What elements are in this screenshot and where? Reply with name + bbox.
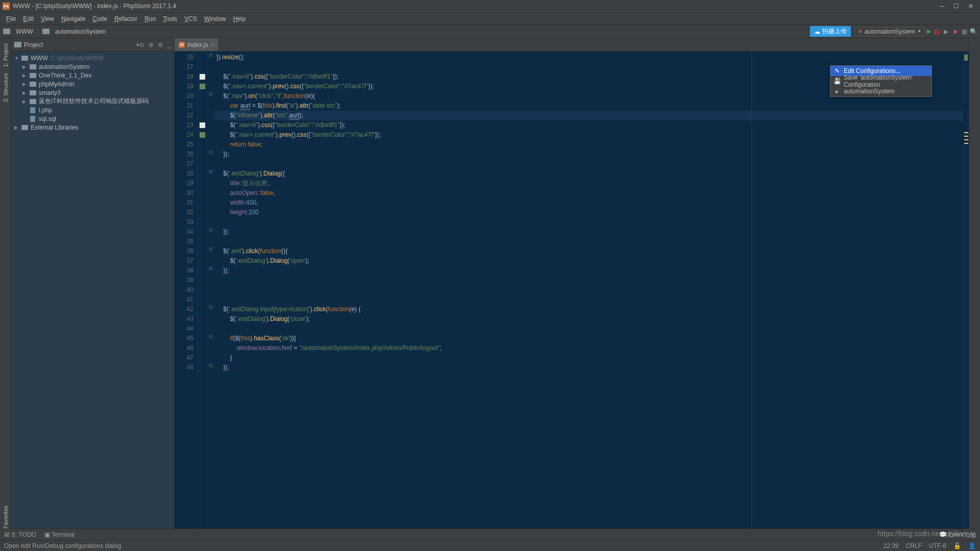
menu-view[interactable]: View	[38, 14, 57, 23]
watermark: https://blog.csdn.net/qxyloveyy	[877, 530, 975, 538]
edit-icon: ✎	[834, 67, 841, 74]
breadcrumb-item[interactable]: automationSystem	[52, 28, 109, 35]
tree-item[interactable]: sql.sql	[11, 114, 174, 123]
menu-help[interactable]: Help	[230, 14, 249, 23]
editor[interactable]: 1617181920212223242526272829303132333435…	[175, 52, 969, 541]
left-gutter: 1: Project 2: Structure 2: Favorites	[0, 38, 11, 541]
status-hint: Open edit Run/Debug configurations dialo…	[4, 542, 121, 549]
minimize-icon[interactable]: ─	[940, 3, 944, 10]
tree-item[interactable]: ▶蓝色IT科技软件技术公司响应式模板源码	[11, 97, 174, 106]
menu-refactor[interactable]: Refactor	[111, 14, 140, 23]
cloud-icon: ☁	[814, 28, 820, 35]
collapse-icon[interactable]: ⊖	[139, 41, 144, 48]
project-header: Project ▾ ⊖ ⊕ ⚙ ⎯	[11, 38, 174, 52]
line-ending: CRLF	[906, 542, 922, 549]
menu-tools[interactable]: Tools	[160, 14, 180, 23]
error-icon: ✖	[859, 29, 863, 34]
tab-structure[interactable]: 2: Structure	[2, 70, 10, 105]
todo-tab[interactable]: 🗹 6: TODO	[4, 531, 36, 538]
tab-project[interactable]: 1: Project	[2, 40, 10, 70]
toolwindow-bar: 🗹 6: TODO ▣ Terminal 💬 Event Log	[0, 529, 980, 540]
menu-vcs[interactable]: VCS	[181, 14, 200, 23]
statusbar: Open edit Run/Debug configurations dialo…	[0, 540, 980, 551]
code-content[interactable]: }).resize(); $(".nav>li").css({"borderCo…	[214, 52, 963, 541]
tree-item[interactable]: ▶phpMyAdmin	[11, 80, 174, 88]
save-icon: 💾	[834, 78, 841, 85]
tree-item[interactable]: ▶OneThink_1.1_Dev	[11, 71, 174, 80]
tree-item[interactable]: ▶smarty3	[11, 88, 174, 97]
menu-edit[interactable]: Edit	[20, 14, 37, 23]
project-tree[interactable]: ▼WWWC:\phpStudy\WWW▶automationSystem▶One…	[11, 52, 174, 541]
run-icon[interactable]: ▶	[927, 28, 931, 35]
scroll-icon[interactable]: ⊕	[149, 41, 154, 48]
run-config-selector[interactable]: ✖ automationSystem ▼	[855, 27, 925, 36]
right-margin-line	[751, 52, 752, 541]
charset: UTF-8	[929, 542, 946, 549]
caret-position: 22:39	[884, 542, 899, 549]
main: 1: Project 2: Structure 2: Favorites Pro…	[0, 38, 980, 541]
fold-column: ⊟⊟⊟⊟⊟⊟⊟⊟⊟⊟	[207, 52, 214, 541]
app-icon: PS	[3, 3, 10, 10]
upload-label: 拍摄上传	[822, 27, 847, 36]
folder-icon	[42, 29, 50, 34]
gear-icon[interactable]: ⚙	[158, 41, 163, 48]
right-gutter	[969, 38, 980, 541]
folder-icon	[14, 42, 21, 47]
stop-icon[interactable]: ■	[951, 28, 959, 35]
tree-item[interactable]: ▶External Libraries	[11, 123, 174, 132]
breadcrumb-root[interactable]: WWW	[13, 28, 36, 35]
error-stripe	[963, 52, 969, 541]
tree-item[interactable]: ▼WWWC:\phpStudy\WWW	[11, 54, 174, 62]
layout-icon[interactable]: ▦	[961, 28, 968, 35]
run-config-name: automationSystem	[865, 28, 915, 35]
terminal-tab[interactable]: ▣ Terminal	[44, 531, 75, 538]
close-tab-icon[interactable]: ×	[211, 41, 214, 48]
tree-item[interactable]: ▶automationSystem	[11, 62, 174, 71]
maximize-icon[interactable]: ☐	[953, 3, 959, 10]
js-icon: JS	[179, 42, 185, 48]
project-title: Project	[24, 41, 134, 48]
file-tab[interactable]: JS index.js ×	[175, 38, 219, 51]
chevron-down-icon: ▼	[917, 29, 921, 34]
navbar: WWW 〉 automationSystem ☁ 拍摄上传 ✖ automati…	[0, 25, 980, 38]
file-tab-label: index.js	[187, 41, 208, 48]
run-icon: ▸	[834, 88, 841, 95]
menu-code[interactable]: Code	[89, 14, 110, 23]
coverage-icon[interactable]: ▶	[942, 28, 949, 35]
debug-icon[interactable]: 🐞	[933, 28, 940, 35]
inspector-icon[interactable]: 👤	[968, 542, 976, 549]
menu-navigate[interactable]: Navigate	[58, 14, 88, 23]
menu-run[interactable]: Run	[141, 14, 159, 23]
menubar: File Edit View Navigate Code Refactor Ru…	[0, 13, 980, 25]
tab-bar: JS index.js ×	[175, 38, 969, 52]
line-gutter: 1617181920212223242526272829303132333435…	[175, 52, 198, 541]
tree-item[interactable]: l.php	[11, 106, 174, 114]
window-controls: ─ ☐ ✕	[940, 3, 977, 10]
hide-icon[interactable]: ⎯	[167, 41, 171, 48]
window-title: WWW - [C:\phpStudy\WWW] - index.js - Php…	[13, 3, 940, 10]
project-panel: Project ▾ ⊖ ⊕ ⚙ ⎯ ▼WWWC:\phpStudy\WWW▶au…	[11, 38, 175, 541]
menu-item[interactable]: 💾Save 'automationSystem' Configuration	[830, 76, 932, 86]
upload-button[interactable]: ☁ 拍摄上传	[810, 26, 851, 37]
menu-window[interactable]: Window	[201, 14, 229, 23]
folder-icon	[3, 29, 10, 34]
breadcrumb-sep: 〉	[36, 27, 42, 36]
marker-column	[198, 52, 207, 541]
run-config-menu: ✎Edit Configurations...💾Save 'automation…	[830, 65, 932, 97]
editor-area: JS index.js × 16171819202122232425262728…	[175, 38, 969, 541]
close-icon[interactable]: ✕	[968, 3, 973, 10]
menu-file[interactable]: File	[3, 14, 19, 23]
titlebar: PS WWW - [C:\phpStudy\WWW] - index.js - …	[0, 0, 980, 13]
lock-icon[interactable]: 🔓	[953, 542, 961, 549]
search-icon[interactable]: 🔍	[970, 28, 977, 35]
